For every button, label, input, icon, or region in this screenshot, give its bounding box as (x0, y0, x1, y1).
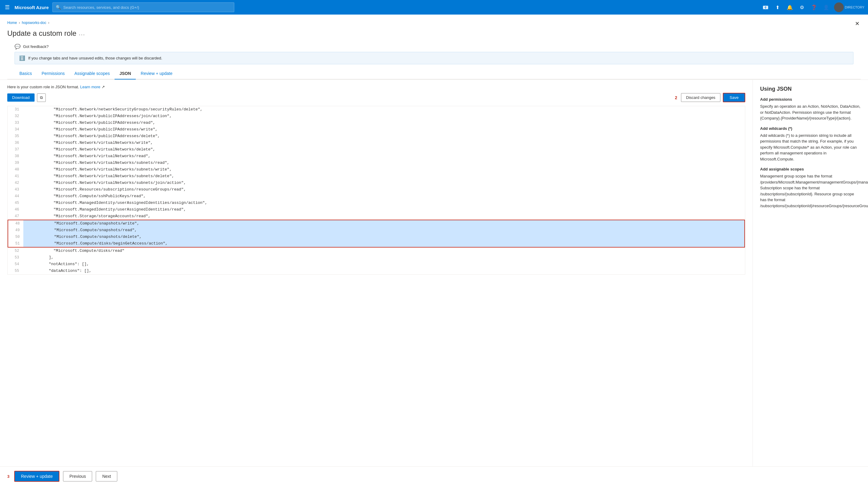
directory-label: DIRECTORY (845, 5, 864, 9)
settings-icon[interactable]: ⚙ (797, 2, 807, 13)
panel-title-row: Update a custom role ... (7, 27, 861, 41)
title-more-icon[interactable]: ... (79, 30, 85, 37)
feedback-icon: 💬 (14, 44, 21, 50)
sidebar-section-permissions-title: Add permissions (760, 97, 861, 102)
code-line[interactable]: 41 "Microsoft.Network/virtualNetworks/su… (7, 173, 745, 180)
notifications-icon[interactable]: 🔔 (784, 2, 795, 13)
avatar[interactable] (834, 2, 844, 12)
code-line[interactable]: 39 "Microsoft.Network/virtualNetworks/su… (7, 160, 745, 166)
line-number: 48 (8, 220, 23, 227)
code-line[interactable]: 40 "Microsoft.Network/virtualNetworks/su… (7, 166, 745, 173)
code-line[interactable]: 46 "Microsoft.ManagedIdentity/userAssign… (7, 206, 745, 213)
line-number: 53 (7, 254, 23, 261)
code-line[interactable]: 31 "Microsoft.Network/networkSecurityGro… (7, 106, 745, 113)
line-content: "Microsoft.Network/publicIPAddresses/rea… (23, 119, 745, 126)
code-line[interactable]: 43 "Microsoft.Resources/subscriptions/re… (7, 186, 745, 193)
bottom-footer: 3 Review + update Previous Next (0, 466, 868, 486)
line-number: 51 (8, 240, 23, 247)
code-line[interactable]: 48 "Microsoft.Compute/snapshots/write", (7, 220, 745, 227)
tabs: Basics Permissions Assignable scopes JSO… (7, 68, 861, 80)
code-line[interactable]: 50 "Microsoft.Compute/snapshots/delete", (7, 234, 745, 240)
next-button[interactable]: Next (96, 471, 117, 482)
search-input[interactable] (63, 5, 231, 10)
line-number: 38 (7, 153, 23, 160)
code-line[interactable]: 45 "Microsoft.ManagedIdentity/userAssign… (7, 200, 745, 206)
email-icon[interactable]: 📧 (760, 2, 771, 13)
line-number: 44 (7, 193, 23, 200)
code-line[interactable]: 34 "Microsoft.Network/publicIPAddresses/… (7, 126, 745, 133)
line-content: "Microsoft.Network/virtualNetworks/write… (23, 140, 745, 146)
code-line[interactable]: 52 "Microsoft.Compute/disks/read" (7, 248, 745, 254)
code-line[interactable]: 38 "Microsoft.Network/virtualNetworks/re… (7, 153, 745, 160)
line-content: "Microsoft.Network/virtualNetworks/delet… (23, 146, 745, 153)
json-description: Here is your custom role in JSON format.… (7, 85, 745, 89)
code-line[interactable]: 37 "Microsoft.Network/virtualNetworks/de… (7, 146, 745, 153)
code-line[interactable]: 51 "Microsoft.Compute/disks/beginGetAcce… (7, 240, 745, 248)
line-content: "Microsoft.Compute/snapshots/delete", (23, 234, 744, 240)
save-button[interactable]: Save (723, 93, 745, 102)
tab-assignable-scopes[interactable]: Assignable scopes (69, 68, 115, 80)
content-area: Here is your custom role in JSON format.… (0, 80, 868, 466)
code-line[interactable]: 44 "Microsoft.Compute/sshPublicKeys/read… (7, 193, 745, 200)
line-content: "dataActions": [], (23, 267, 745, 274)
line-content: "Microsoft.Network/virtualNetworks/subne… (23, 160, 745, 166)
code-line[interactable]: 54 "notActions": [], (7, 261, 745, 267)
line-number: 35 (7, 133, 23, 140)
step-badge-footer: 3 (7, 474, 9, 479)
code-line[interactable]: 42 "Microsoft.Network/virtualNetworks/su… (7, 180, 745, 186)
line-content: "Microsoft.Compute/disks/beginGetAccess/… (23, 240, 744, 247)
code-line[interactable]: 49 "Microsoft.Compute/snapshots/read", (7, 227, 745, 234)
account-icon[interactable]: 👤 (821, 2, 832, 13)
search-bar[interactable]: 🔍 (53, 2, 234, 12)
line-number: 31 (7, 106, 23, 113)
line-content: "Microsoft.Network/publicIPAddresses/del… (23, 133, 745, 140)
sidebar-title: Using JSON (760, 86, 861, 92)
code-line[interactable]: 32 "Microsoft.Network/publicIPAddresses/… (7, 113, 745, 119)
previous-button[interactable]: Previous (63, 471, 92, 482)
tab-review-update[interactable]: Review + update (136, 68, 177, 80)
line-content: "Microsoft.Compute/disks/read" (23, 248, 745, 254)
code-line[interactable]: 47 "Microsoft.Storage/storageAccounts/re… (7, 213, 745, 220)
discard-button[interactable]: Discard changes (681, 93, 721, 102)
hamburger-icon[interactable]: ☰ (4, 3, 11, 12)
sidebar-section-permissions: Add permissions Specify an operation as … (760, 97, 861, 121)
line-content: "Microsoft.Network/publicIPAddresses/joi… (23, 113, 745, 119)
learn-more-link[interactable]: Learn more (80, 85, 100, 89)
tab-json[interactable]: JSON (115, 68, 136, 80)
panel-header: Home › hopsworks-doc › Update a custom r… (0, 15, 868, 80)
code-line[interactable]: 35 "Microsoft.Network/publicIPAddresses/… (7, 133, 745, 140)
tab-permissions[interactable]: Permissions (37, 68, 69, 80)
code-line[interactable]: 53 ], (7, 254, 745, 261)
line-content: "Microsoft.ManagedIdentity/userAssignedI… (23, 200, 745, 206)
line-content: "Microsoft.Storage/storageAccounts/read"… (23, 213, 745, 220)
code-line[interactable]: 55 "dataActions": [], (7, 267, 745, 274)
tab-basics[interactable]: Basics (14, 68, 37, 80)
copy-button[interactable]: ⧉ (37, 93, 46, 102)
code-line[interactable]: 33 "Microsoft.Network/publicIPAddresses/… (7, 119, 745, 126)
line-number: 43 (7, 186, 23, 193)
line-number: 34 (7, 126, 23, 133)
info-icon: ℹ️ (19, 55, 25, 61)
breadcrumb-home[interactable]: Home (7, 21, 17, 25)
json-pane: Here is your custom role in JSON format.… (0, 80, 753, 466)
feedback-bar: 💬 Got feedback? (7, 41, 861, 52)
review-update-button[interactable]: Review + update (14, 471, 59, 482)
close-button[interactable]: ✕ (852, 19, 862, 29)
sidebar-section-wildcards: Add wildcards (*) Add wildcards (*) to a… (760, 126, 861, 162)
code-line[interactable]: 36 "Microsoft.Network/virtualNetworks/wr… (7, 140, 745, 146)
sidebar-section-permissions-text: Specify an operation as an Action, NotAc… (760, 104, 861, 121)
line-content: "Microsoft.Network/virtualNetworks/subne… (23, 180, 745, 186)
line-content: "Microsoft.Compute/snapshots/read", (23, 227, 744, 234)
feedback-label[interactable]: Got feedback? (23, 44, 49, 49)
upload-icon[interactable]: ⬆ (772, 2, 783, 13)
line-content: ], (23, 254, 745, 261)
line-number: 47 (7, 213, 23, 220)
help-icon[interactable]: ❓ (809, 2, 819, 13)
line-content: "Microsoft.Compute/snapshots/write", (23, 220, 744, 227)
breadcrumb-hopsworks[interactable]: hopsworks-doc (22, 21, 46, 25)
line-content: "Microsoft.Compute/sshPublicKeys/read", (23, 193, 745, 200)
line-number: 46 (7, 206, 23, 213)
sidebar-section-scopes-text: Management group scope has the format /p… (760, 173, 861, 209)
code-editor[interactable]: 31 "Microsoft.Network/networkSecurityGro… (7, 106, 745, 275)
download-button[interactable]: Download (7, 93, 35, 102)
